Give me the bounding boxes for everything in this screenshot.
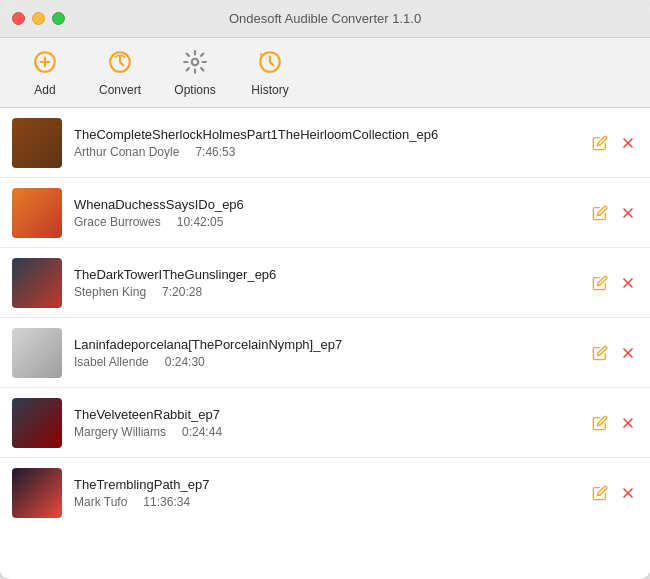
book-info: TheVelveteenRabbit_ep7 Margery Williams …: [74, 407, 580, 439]
book-list: TheCompleteSherlockHolmesPart1TheHeirloo…: [0, 108, 650, 579]
app-window: Ondesoft Audible Converter 1.1.0 Add: [0, 0, 650, 579]
cover-art: [12, 118, 62, 168]
delete-button[interactable]: [618, 483, 638, 503]
book-title: Laninfadeporcelana[ThePorcelainNymph]_ep…: [74, 337, 580, 352]
options-label: Options: [174, 83, 215, 97]
book-duration: 7:46:53: [195, 145, 235, 159]
convert-label: Convert: [99, 83, 141, 97]
book-cover: [12, 188, 62, 238]
book-title: TheTremblingPath_ep7: [74, 477, 580, 492]
convert-icon: [107, 49, 133, 79]
convert-button[interactable]: Convert: [85, 43, 155, 103]
book-cover: [12, 258, 62, 308]
book-duration: 10:42:05: [177, 215, 224, 229]
book-title: TheCompleteSherlockHolmesPart1TheHeirloo…: [74, 127, 580, 142]
history-icon: [257, 49, 283, 79]
book-duration: 11:36:34: [143, 495, 190, 509]
book-duration: 7:20:28: [162, 285, 202, 299]
options-icon: [182, 49, 208, 79]
row-actions: [590, 273, 638, 293]
book-cover: [12, 328, 62, 378]
book-meta: Arthur Conan Doyle 7:46:53: [74, 145, 580, 159]
edit-button[interactable]: [590, 413, 610, 433]
table-row: WhenaDuchessSaysIDo_ep6 Grace Burrowes 1…: [0, 178, 650, 248]
book-duration: 0:24:44: [182, 425, 222, 439]
book-title: WhenaDuchessSaysIDo_ep6: [74, 197, 580, 212]
table-row: TheTremblingPath_ep7 Mark Tufo 11:36:34: [0, 458, 650, 528]
edit-button[interactable]: [590, 133, 610, 153]
book-author: Grace Burrowes: [74, 215, 161, 229]
table-row: TheDarkTowerITheGunslinger_ep6 Stephen K…: [0, 248, 650, 318]
book-duration: 0:24:30: [165, 355, 205, 369]
row-actions: [590, 483, 638, 503]
add-icon: [32, 49, 58, 79]
book-meta: Isabel Allende 0:24:30: [74, 355, 580, 369]
cover-art: [12, 468, 62, 518]
book-info: WhenaDuchessSaysIDo_ep6 Grace Burrowes 1…: [74, 197, 580, 229]
delete-button[interactable]: [618, 343, 638, 363]
book-info: TheDarkTowerITheGunslinger_ep6 Stephen K…: [74, 267, 580, 299]
book-meta: Margery Williams 0:24:44: [74, 425, 580, 439]
cover-art: [12, 328, 62, 378]
cover-art: [12, 258, 62, 308]
row-actions: [590, 413, 638, 433]
add-label: Add: [34, 83, 55, 97]
book-info: TheCompleteSherlockHolmesPart1TheHeirloo…: [74, 127, 580, 159]
toolbar: Add Convert Options: [0, 38, 650, 108]
book-cover: [12, 118, 62, 168]
window-title: Ondesoft Audible Converter 1.1.0: [229, 11, 421, 26]
book-info: TheTremblingPath_ep7 Mark Tufo 11:36:34: [74, 477, 580, 509]
minimize-button[interactable]: [32, 12, 45, 25]
cover-art: [12, 188, 62, 238]
book-cover: [12, 398, 62, 448]
history-button[interactable]: History: [235, 43, 305, 103]
options-button[interactable]: Options: [160, 43, 230, 103]
add-button[interactable]: Add: [10, 43, 80, 103]
book-info: Laninfadeporcelana[ThePorcelainNymph]_ep…: [74, 337, 580, 369]
edit-button[interactable]: [590, 203, 610, 223]
traffic-lights: [12, 12, 65, 25]
book-author: Margery Williams: [74, 425, 166, 439]
table-row: TheVelveteenRabbit_ep7 Margery Williams …: [0, 388, 650, 458]
title-bar: Ondesoft Audible Converter 1.1.0: [0, 0, 650, 38]
book-title: TheVelveteenRabbit_ep7: [74, 407, 580, 422]
book-meta: Mark Tufo 11:36:34: [74, 495, 580, 509]
table-row: Laninfadeporcelana[ThePorcelainNymph]_ep…: [0, 318, 650, 388]
book-meta: Stephen King 7:20:28: [74, 285, 580, 299]
delete-button[interactable]: [618, 413, 638, 433]
book-title: TheDarkTowerITheGunslinger_ep6: [74, 267, 580, 282]
edit-button[interactable]: [590, 343, 610, 363]
book-meta: Grace Burrowes 10:42:05: [74, 215, 580, 229]
book-cover: [12, 468, 62, 518]
book-author: Stephen King: [74, 285, 146, 299]
svg-point-4: [192, 58, 199, 65]
cover-art: [12, 398, 62, 448]
delete-button[interactable]: [618, 273, 638, 293]
delete-button[interactable]: [618, 133, 638, 153]
book-author: Arthur Conan Doyle: [74, 145, 179, 159]
table-row: TheCompleteSherlockHolmesPart1TheHeirloo…: [0, 108, 650, 178]
row-actions: [590, 343, 638, 363]
maximize-button[interactable]: [52, 12, 65, 25]
close-button[interactable]: [12, 12, 25, 25]
row-actions: [590, 133, 638, 153]
book-author: Mark Tufo: [74, 495, 127, 509]
edit-button[interactable]: [590, 273, 610, 293]
history-label: History: [251, 83, 288, 97]
edit-button[interactable]: [590, 483, 610, 503]
book-author: Isabel Allende: [74, 355, 149, 369]
row-actions: [590, 203, 638, 223]
delete-button[interactable]: [618, 203, 638, 223]
